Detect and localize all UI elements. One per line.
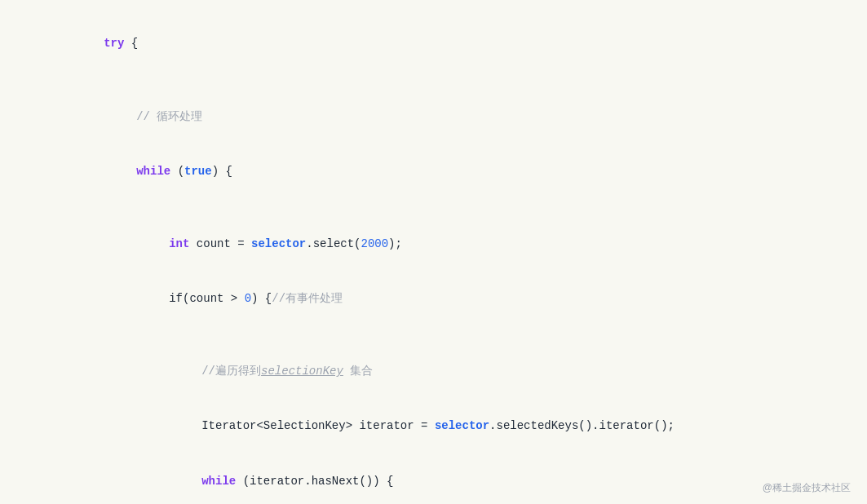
keyword-while: while [136, 165, 170, 178]
comment-traverse: //遍历得到 [201, 365, 261, 378]
method-selector: selector [251, 237, 306, 250]
code-line: if(count > 0) {//有事件处理 [0, 272, 867, 326]
comment: // 循环处理 [136, 110, 202, 123]
code-line [0, 326, 867, 344]
code-editor: try { // 循环处理 while (true) { int count =… [0, 0, 867, 504]
number-2000: 2000 [361, 237, 389, 250]
code-line: Iterator<SelectionKey> iterator = select… [0, 399, 867, 453]
code-line [0, 199, 867, 217]
comment-set: 集合 [343, 365, 373, 378]
code-line [0, 71, 867, 89]
code-line: while (true) { [0, 144, 867, 198]
method-selector2: selector [435, 419, 489, 432]
keyword-int: int [169, 237, 189, 250]
keyword-try: try [104, 37, 124, 50]
code-line: try { [0, 16, 867, 71]
comment-selectionkey: selectionKey [261, 365, 343, 378]
watermark: @稀土掘金技术社区 [763, 480, 851, 496]
code-line: int count = selector.select(2000); [0, 217, 867, 272]
code-lines: try { // 循环处理 while (true) { int count =… [0, 16, 867, 504]
comment-event: //有事件处理 [272, 292, 343, 305]
keyword-while2: while [201, 475, 236, 488]
code-line: //遍历得到selectionKey 集合 [0, 344, 867, 399]
number-0: 0 [245, 292, 251, 305]
code-line: while (iterator.hasNext()) { [0, 453, 867, 504]
code-line: // 循环处理 [0, 89, 867, 144]
keyword-true: true [184, 165, 212, 178]
